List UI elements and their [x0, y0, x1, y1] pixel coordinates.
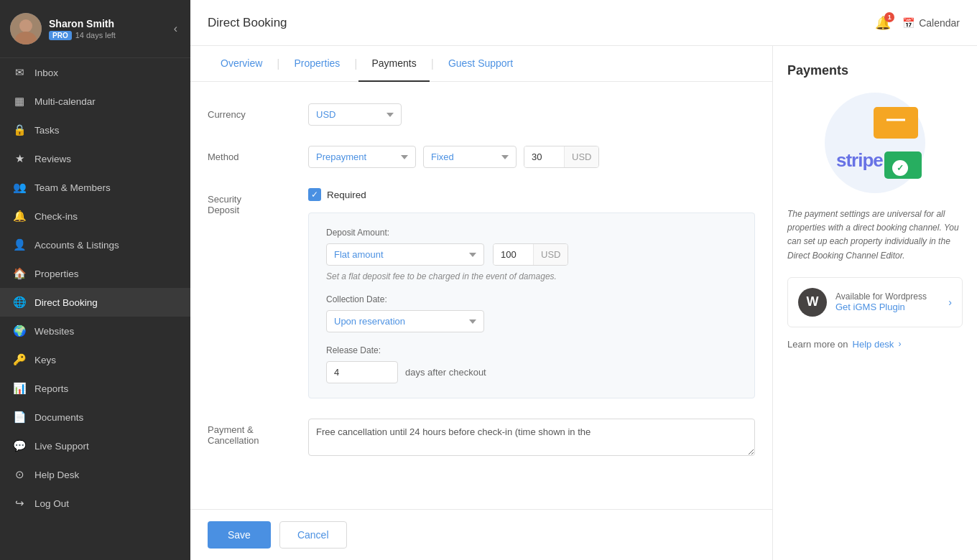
- right-panel: Payments ✓ stripe The payment s: [772, 46, 977, 560]
- calendar-icon: 📅: [902, 17, 915, 29]
- calendar-button[interactable]: 📅 Calendar: [902, 17, 960, 29]
- help-desk-link[interactable]: Help desk: [853, 339, 894, 350]
- sidebar-item-documents[interactable]: 📄 Documents: [0, 403, 190, 431]
- inbox-icon: ✉: [13, 66, 26, 79]
- wordpress-text: Available for Wordpress Get iGMS Plugin: [835, 291, 940, 312]
- stripe-logo: stripe: [836, 149, 883, 171]
- required-label: Required: [327, 190, 366, 200]
- sidebar-item-label: Direct Booking: [34, 297, 98, 308]
- release-date-label: Release Date:: [326, 345, 737, 355]
- svg-point-1: [19, 19, 32, 32]
- sidebar-item-help-desk[interactable]: ⊙ Help Desk: [0, 460, 190, 489]
- sidebar-item-team-members[interactable]: 👥 Team & Members: [0, 173, 190, 202]
- deposit-section: Deposit Amount: Flat amount Percentage U…: [308, 213, 755, 398]
- sidebar-item-label: Tasks: [34, 125, 60, 136]
- tab-guest-support[interactable]: Guest Support: [435, 46, 526, 82]
- sidebar-item-keys[interactable]: 🔑 Keys: [0, 345, 190, 374]
- required-checkbox[interactable]: ✓: [308, 188, 321, 201]
- deposit-amount-input[interactable]: [494, 244, 533, 265]
- collection-date-select[interactable]: Upon reservation Upon check-in: [326, 310, 484, 332]
- learn-more-text: Learn more on: [787, 339, 848, 350]
- required-checkbox-row: ✓ Required: [308, 188, 755, 201]
- page-title: Direct Booking: [208, 16, 287, 30]
- stripe-graphic: ✓ stripe: [825, 93, 925, 193]
- deposit-amount-label: Deposit Amount:: [326, 228, 737, 238]
- cancel-button[interactable]: Cancel: [279, 521, 347, 549]
- pro-badge: PRO: [49, 31, 72, 40]
- policy-controls: [308, 419, 755, 459]
- chevron-right-icon: ›: [948, 297, 952, 308]
- panel-description: The payment settings are universal for a…: [787, 207, 963, 263]
- release-date-input[interactable]: [326, 361, 398, 383]
- deposit-type-select[interactable]: Flat amount Percentage: [326, 243, 484, 266]
- sidebar-item-reports[interactable]: 📊 Reports: [0, 374, 190, 403]
- avatar: [10, 13, 42, 45]
- sidebar-item-log-out[interactable]: ↪ Log Out: [0, 489, 190, 518]
- main-panel: Overview | Properties | Payments | Guest…: [190, 46, 772, 560]
- stripe-logo-text: stripe: [836, 149, 883, 172]
- security-deposit-label: Security Deposit: [208, 188, 294, 215]
- wordpress-section[interactable]: W Available for Wordpress Get iGMS Plugi…: [787, 277, 963, 327]
- deposit-hint: Set a flat deposit fee to be charged in …: [326, 271, 737, 281]
- sidebar-item-label: Log Out: [34, 498, 69, 509]
- tab-overview[interactable]: Overview: [208, 46, 275, 82]
- sidebar-item-websites[interactable]: 🌍 Websites: [0, 317, 190, 345]
- sidebar-item-label: Help Desk: [34, 470, 79, 480]
- sidebar-item-inbox[interactable]: ✉ Inbox: [0, 58, 190, 87]
- method-controls: Prepayment Full payment Fixed Percentage…: [308, 146, 599, 168]
- sidebar-item-label: Check-ins: [34, 211, 78, 222]
- stripe-card-orange: [874, 107, 918, 139]
- deposit-section-wrapper: ✓ Required Deposit Amount: Flat amount P…: [308, 188, 755, 398]
- websites-icon: 🌍: [13, 325, 26, 337]
- deposit-amount-group: USD: [493, 243, 568, 266]
- release-date-group: days after checkout: [326, 361, 737, 383]
- amount-input[interactable]: [524, 146, 564, 167]
- tabs-bar: Overview | Properties | Payments | Guest…: [190, 46, 772, 82]
- plugin-link[interactable]: Get iGMS Plugin: [835, 302, 940, 312]
- sidebar-item-label: Keys: [34, 355, 56, 365]
- fixed-select[interactable]: Fixed Percentage: [423, 146, 517, 168]
- topbar-right: 🔔 1 📅 Calendar: [875, 15, 960, 31]
- sidebar-item-direct-booking[interactable]: 🌐 Direct Booking: [0, 288, 190, 317]
- method-row: Method Prepayment Full payment Fixed Per…: [208, 146, 755, 168]
- policy-row: Payment & Cancellation: [208, 419, 755, 459]
- logout-icon: ↪: [13, 497, 26, 510]
- sidebar-item-check-ins[interactable]: 🔔 Check-ins: [0, 202, 190, 230]
- reports-icon: 📊: [13, 382, 26, 395]
- bottom-bar: Save Cancel: [190, 509, 772, 560]
- sidebar-item-label: Reviews: [34, 154, 71, 164]
- wordpress-icon: W: [798, 288, 827, 317]
- globe-icon: 🌐: [13, 296, 26, 309]
- tab-payments[interactable]: Payments: [358, 46, 429, 82]
- collapse-button[interactable]: ‹: [171, 19, 180, 38]
- notification-button[interactable]: 🔔 1: [875, 15, 891, 31]
- tab-divider-2: |: [354, 57, 357, 70]
- chat-icon: 💬: [13, 439, 26, 452]
- sidebar-item-tasks[interactable]: 🔒 Tasks: [0, 116, 190, 144]
- bell-icon: 🔔: [13, 210, 26, 223]
- save-button[interactable]: Save: [208, 521, 271, 549]
- sidebar-item-label: Team & Members: [34, 182, 111, 193]
- calendar-grid-icon: ▦: [13, 95, 26, 108]
- sidebar-item-label: Live Support: [34, 441, 89, 452]
- helpdesk-chevron-icon: ›: [898, 339, 901, 349]
- security-deposit-row: Security Deposit ✓ Required Deposit Amou…: [208, 188, 755, 398]
- svg-rect-3: [886, 116, 905, 130]
- help-icon: ⊙: [13, 468, 26, 481]
- team-icon: 👥: [13, 181, 26, 194]
- tab-properties[interactable]: Properties: [282, 46, 353, 82]
- content-area: Overview | Properties | Payments | Guest…: [190, 46, 977, 560]
- policy-textarea[interactable]: [308, 419, 755, 456]
- sidebar-item-multi-calendar[interactable]: ▦ Multi-calendar: [0, 87, 190, 116]
- currency-select[interactable]: USD EUR GBP: [308, 103, 402, 126]
- home-icon: 🏠: [13, 267, 26, 280]
- sidebar-item-reviews[interactable]: ★ Reviews: [0, 144, 190, 173]
- method-select[interactable]: Prepayment Full payment: [308, 146, 416, 168]
- sidebar-item-properties[interactable]: 🏠 Properties: [0, 259, 190, 288]
- sidebar-item-label: Accounts & Listings: [34, 240, 119, 251]
- sidebar-item-accounts-listings[interactable]: 👤 Accounts & Listings: [0, 230, 190, 259]
- method-label: Method: [208, 146, 294, 162]
- release-suffix: days after checkout: [405, 367, 486, 378]
- key-icon: 🔑: [13, 353, 26, 366]
- sidebar-item-live-support[interactable]: 💬 Live Support: [0, 431, 190, 460]
